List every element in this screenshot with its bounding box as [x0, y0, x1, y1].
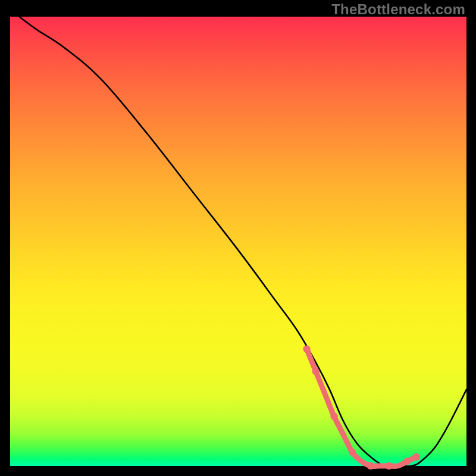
watermark-text: TheBottleneck.com [331, 1, 465, 18]
bottleneck-curve-line [19, 17, 466, 466]
chart-canvas: TheBottleneck.com [0, 0, 476, 476]
highlight-markers [303, 346, 419, 470]
curve-layer [10, 17, 466, 466]
